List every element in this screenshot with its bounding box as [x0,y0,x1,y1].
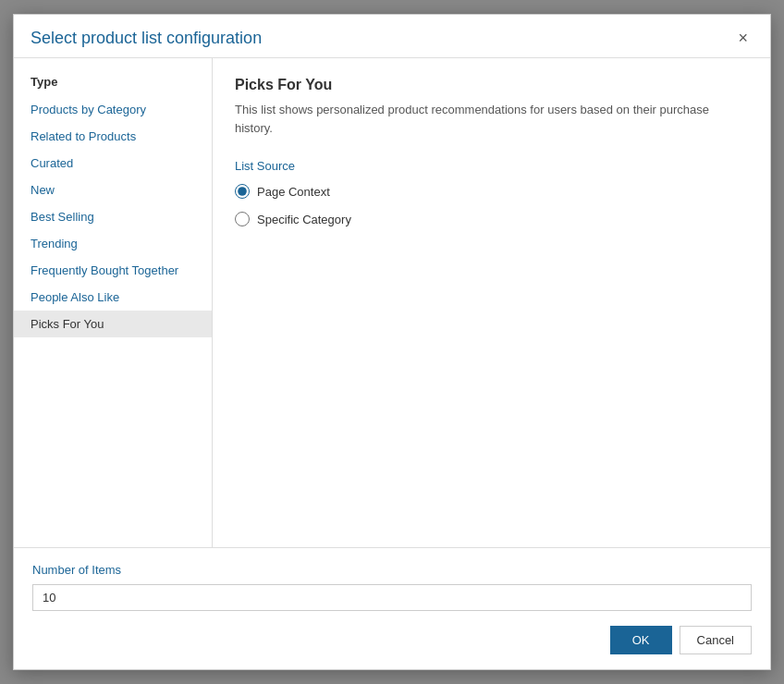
dialog-footer: Number of Items OK Cancel [14,547,770,669]
radio-input-page-context[interactable] [235,184,250,199]
main-content: Picks For You This list shows personaliz… [213,58,770,547]
ok-button[interactable]: OK [610,626,672,654]
footer-buttons: OK Cancel [32,626,752,654]
sidebar-item-new[interactable]: New [14,177,212,203]
radio-option-specific-category[interactable]: Specific Category [235,212,748,226]
close-button[interactable]: × [732,28,753,48]
radio-input-specific-category[interactable] [235,212,250,226]
radio-option-page-context[interactable]: Page Context [235,184,748,199]
sidebar-item-people-also-like[interactable]: People Also Like [14,284,212,311]
sidebar-item-picks-for-you[interactable]: Picks For You [14,311,212,337]
number-of-items-input[interactable] [32,584,752,611]
content-title: Picks For You [235,77,748,93]
number-of-items-label: Number of Items [32,563,752,577]
content-description: This list shows personalized product rec… [235,101,748,137]
sidebar-item-frequently-bought-together[interactable]: Frequently Bought Together [14,257,212,284]
dialog-title: Select product list configuration [31,29,262,48]
radio-options-container: Page ContextSpecific Category [235,184,748,239]
cancel-button[interactable]: Cancel [680,626,752,654]
dialog-body: Type Products by CategoryRelated to Prod… [14,57,770,547]
radio-label-specific-category: Specific Category [257,213,351,226]
type-label: Type [14,66,212,96]
sidebar: Type Products by CategoryRelated to Prod… [14,58,213,547]
radio-label-page-context: Page Context [257,185,330,199]
sidebar-item-products-by-category[interactable]: Products by Category [14,96,212,123]
sidebar-item-best-selling[interactable]: Best Selling [14,203,212,230]
sidebar-item-trending[interactable]: Trending [14,230,212,257]
list-source-label: List Source [235,159,748,173]
dialog: Select product list configuration × Type… [13,14,771,670]
dialog-header: Select product list configuration × [14,15,770,57]
sidebar-item-related-to-products[interactable]: Related to Products [14,123,212,150]
sidebar-item-curated[interactable]: Curated [14,150,212,177]
